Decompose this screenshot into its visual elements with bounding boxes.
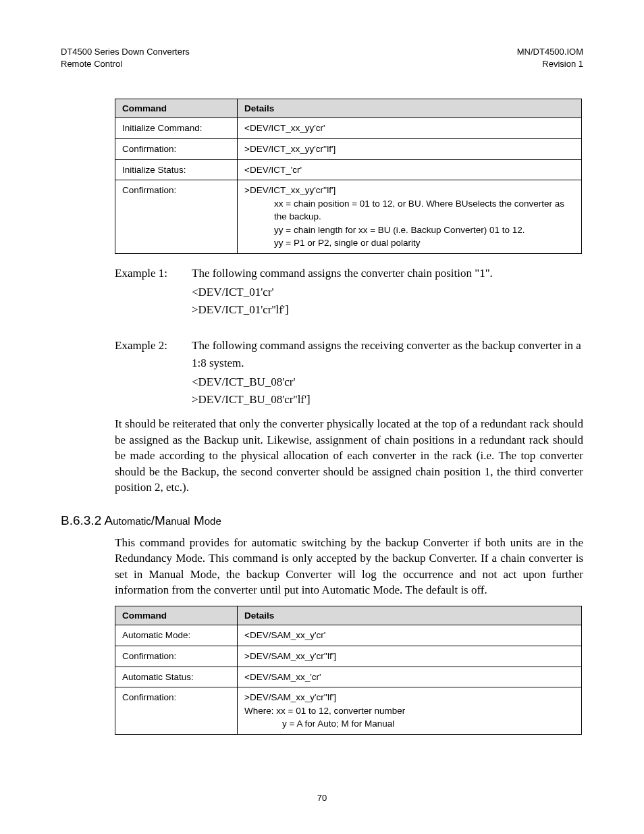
cmd-label: Confirmation: [115,646,238,667]
cmd-detail: <DEV/ICT_'cr' [238,159,582,180]
cmd-label: Automatic Status: [115,667,238,687]
cmd-label: Initialize Status: [115,159,238,180]
section-title-part: ode [205,515,221,527]
section-title-part: M [190,513,205,527]
page-number: 70 [61,793,583,803]
col-header-command: Command [115,606,238,625]
table-row: Confirmation: >DEV/SAM_xx_y'cr''lf'] Whe… [115,687,582,735]
example-label: Example 2: [115,337,192,371]
cmd-label: Confirmation: [115,138,238,159]
cmd-detail: <DEV/SAM_xx_y'cr' [238,625,582,646]
header-left-line2: Remote Control [61,58,190,70]
cmd-label: Initialize Command: [115,118,238,139]
table-row: Automatic Status: <DEV/SAM_xx_'cr' [115,667,582,687]
table-header-row: Command Details [115,606,582,625]
table-row: Initialize Status: <DEV/ICT_'cr' [115,159,582,180]
detail-line: >DEV/SAM_xx_y'cr''lf'] [244,692,336,702]
example-text: The following command assigns the conver… [192,265,583,282]
table-header-row: Command Details [115,99,582,118]
detail-line: Where: xx = 01 to 12, converter number [244,706,405,716]
command-table-ict: Command Details Initialize Command: <DEV… [115,99,582,254]
example-1: Example 1: The following command assigns… [61,265,583,282]
command-table-sam: Command Details Automatic Mode: <DEV/SAM… [115,606,582,734]
section-title-part: /M [151,513,165,527]
detail-line: xx = chain position = 01 to 12, or BU. W… [244,197,574,224]
table-row: Confirmation: >DEV/ICT_xx_yy'cr''lf'] xx… [115,180,582,254]
example-text: The following command assigns the receiv… [192,337,583,371]
section-heading: B.6.3.2 Automatic/Manual Mode [61,513,583,528]
cmd-detail: >DEV/ICT_xx_yy'cr''lf'] xx = chain posit… [238,180,582,254]
table-row: Confirmation: >DEV/SAM_xx_y'cr''lf'] [115,646,582,667]
example-code-line: <DEV/ICT_01'cr' [61,286,583,299]
example-code-line: >DEV/ICT_01'cr''lf'] [61,303,583,317]
section-title-part: A [104,513,113,527]
cmd-detail: >DEV/ICT_xx_yy'cr''lf'] [238,138,582,159]
detail-line: yy = P1 or P2, single or dual polarity [244,236,574,250]
col-header-details: Details [238,606,582,625]
example-2: Example 2: The following command assigns… [61,337,583,371]
col-header-command: Command [115,99,238,118]
header-right: MN/DT4500.IOM Revision 1 [517,46,583,70]
detail-line: >DEV/ICT_xx_yy'cr''lf'] [244,185,336,195]
cmd-detail: >DEV/SAM_xx_y'cr''lf'] Where: xx = 01 to… [238,687,582,735]
table-row: Initialize Command: <DEV/ICT_xx_yy'cr' [115,118,582,139]
body-paragraph: It should be reiterated that only the co… [61,416,583,495]
header-left-line1: DT4500 Series Down Converters [61,46,190,58]
cmd-label: Confirmation: [115,180,238,254]
example-code-line: >DEV/ICT_BU_08'cr''lf'] [61,393,583,407]
table-row: Automatic Mode: <DEV/SAM_xx_y'cr' [115,625,582,646]
detail-line: y = A for Auto; M for Manual [244,717,394,731]
col-header-details: Details [238,99,582,118]
section-number: B.6.3.2 [61,513,101,527]
section-title-part: anual [165,515,190,527]
section-title-part: utomatic [113,515,151,527]
cmd-label: Automatic Mode: [115,625,238,646]
table-row: Confirmation: >DEV/ICT_xx_yy'cr''lf'] [115,138,582,159]
example-code-line: <DEV/ICT_BU_08'cr' [61,375,583,389]
cmd-label: Confirmation: [115,687,238,735]
cmd-detail: <DEV/ICT_xx_yy'cr' [238,118,582,139]
cmd-detail: <DEV/SAM_xx_'cr' [238,667,582,687]
header-left: DT4500 Series Down Converters Remote Con… [61,46,190,70]
header-right-line1: MN/DT4500.IOM [517,46,583,58]
page-header: DT4500 Series Down Converters Remote Con… [61,46,583,70]
detail-line: yy = chain length for xx = BU (i.e. Back… [244,224,574,237]
body-paragraph: This command provides for automatic swit… [61,535,583,598]
header-right-line2: Revision 1 [517,58,583,70]
example-label: Example 1: [115,265,192,282]
cmd-detail: >DEV/SAM_xx_y'cr''lf'] [238,646,582,667]
